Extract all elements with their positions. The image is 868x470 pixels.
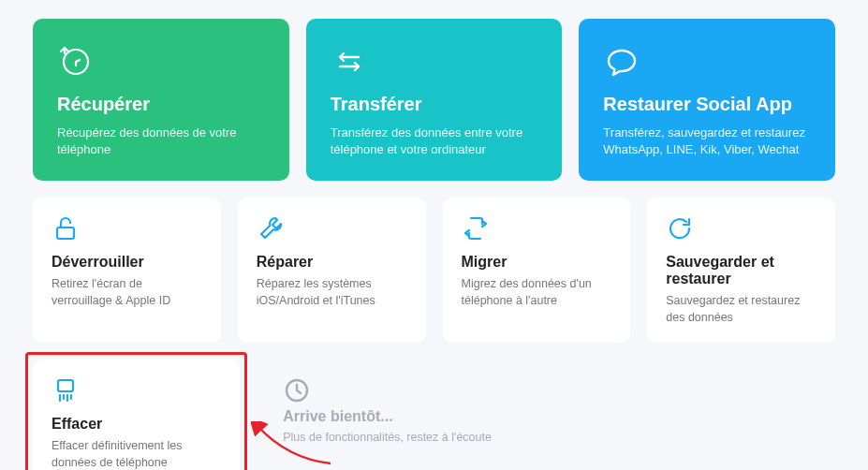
recover-title: Récupérer	[57, 94, 265, 115]
unlock-icon	[51, 214, 202, 246]
transfer-desc: Transférez des données entre votre télép…	[331, 125, 538, 158]
migrate-title: Migrer	[462, 254, 612, 271]
phone-migrate-icon	[462, 214, 612, 246]
transfer-card[interactable]: Transférer Transférez des données entre …	[306, 19, 563, 181]
shredder-icon	[51, 376, 221, 408]
migrate-desc: Migrez des données d'un téléphone à l'au…	[462, 276, 612, 309]
transfer-title: Transférer	[331, 94, 538, 115]
restore-social-desc: Transférez, sauvegardez et restaurez Wha…	[603, 125, 811, 158]
restore-social-title: Restaurer Social App	[603, 94, 811, 115]
wrench-icon	[257, 214, 407, 246]
sync-icon	[666, 214, 817, 246]
backup-restore-card[interactable]: Sauvegarder et restaurer Sauvegardez et …	[647, 198, 835, 343]
backup-restore-desc: Sauvegardez et restaurez des données	[666, 293, 817, 326]
unlock-card[interactable]: Déverrouiller Retirez l'écran de verroui…	[33, 198, 221, 343]
transfer-arrows-icon	[331, 43, 538, 81]
repair-card[interactable]: Réparer Réparez les systèmes iOS/Android…	[238, 198, 426, 343]
coming-soon-title: Arrive bientôt...	[283, 408, 623, 425]
repair-title: Réparer	[257, 254, 407, 271]
empty-space	[666, 360, 835, 470]
coming-soon-card: Arrive bientôt... Plus de fonctionnalité…	[264, 360, 641, 470]
erase-desc: Effacer définitivement les données de té…	[51, 438, 221, 470]
svg-rect-2	[58, 380, 73, 391]
coming-soon-desc: Plus de fonctionnalités, restez à l'écou…	[283, 431, 623, 444]
repair-desc: Réparez les systèmes iOS/Android et l'iT…	[257, 276, 407, 309]
unlock-title: Déverrouiller	[51, 254, 202, 271]
erase-title: Effacer	[51, 416, 221, 433]
clock-restore-icon	[57, 43, 265, 81]
unlock-desc: Retirez l'écran de verrouillage & Apple …	[51, 276, 202, 309]
migrate-card[interactable]: Migrer Migrez des données d'un téléphone…	[443, 198, 631, 343]
recover-card[interactable]: Récupérer Récupérez des données de votre…	[33, 19, 289, 181]
backup-restore-title: Sauvegarder et restaurer	[666, 254, 817, 287]
recover-desc: Récupérez des données de votre téléphone	[57, 125, 265, 158]
restore-social-card[interactable]: Restaurer Social App Transférez, sauvega…	[579, 19, 835, 181]
clock-icon	[283, 376, 623, 408]
erase-card[interactable]: Effacer Effacer définitivement les donné…	[33, 360, 240, 470]
svg-rect-1	[57, 228, 74, 239]
chat-bubble-icon	[603, 43, 811, 81]
